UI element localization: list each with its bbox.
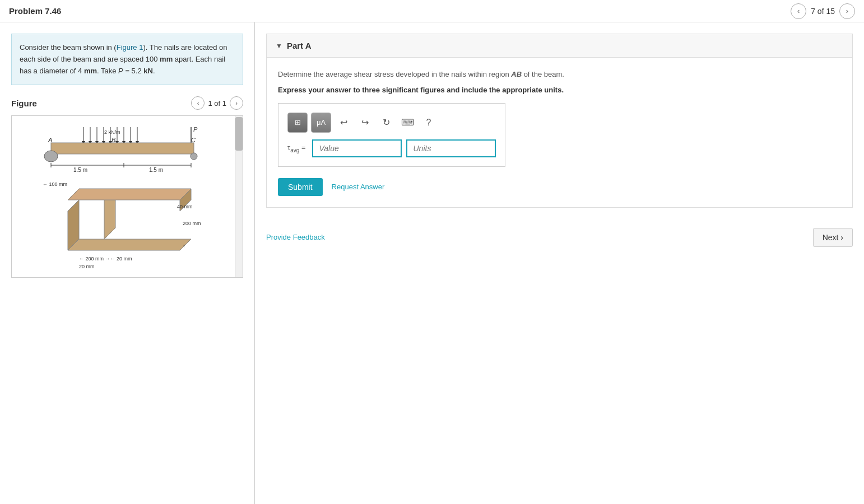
part-a-body: Determine the average shear stress devel… — [267, 58, 852, 207]
svg-text:← 100 mm: ← 100 mm — [43, 181, 67, 187]
provide-feedback-link[interactable]: Provide Feedback — [266, 233, 325, 241]
svg-text:2 kN/m: 2 kN/m — [104, 129, 120, 135]
right-panel: ▼ Part A Determine the average shear str… — [255, 22, 864, 504]
answer-toolbar: ⊞ μA ↩ ↪ ↻ ⌨ ? — [287, 113, 496, 133]
svg-text:↑: ↑ — [183, 243, 185, 249]
answer-box: ⊞ μA ↩ ↪ ↻ ⌨ ? τavg = — [278, 103, 505, 167]
part-a-title: Part A — [287, 41, 312, 50]
matrix-button[interactable]: ⊞ — [287, 113, 308, 133]
part-a-section: ▼ Part A Determine the average shear str… — [266, 34, 853, 208]
undo-button[interactable]: ↩ — [335, 114, 352, 132]
request-answer-link[interactable]: Request Answer — [332, 183, 385, 191]
svg-text:← 200 mm →← 20 mm: ← 200 mm →← 20 mm — [79, 256, 132, 262]
header-navigation: ‹ 7 of 15 › — [791, 3, 855, 19]
figure-link[interactable]: Figure 1 — [117, 43, 143, 52]
part-description: Determine the average shear stress devel… — [278, 69, 841, 80]
svg-text:1.5 m: 1.5 m — [73, 167, 87, 173]
figure-canvas: P 2 kN/m — [11, 115, 243, 278]
figure-prev-button[interactable]: ‹ — [191, 96, 205, 110]
figure-nav: ‹ 1 of 1 › — [191, 96, 243, 110]
figure-scrollbar[interactable] — [235, 116, 243, 277]
feedback-next-row: Provide Feedback Next › — [255, 219, 864, 256]
redo-button[interactable]: ↪ — [356, 114, 374, 132]
help-button[interactable]: ? — [420, 114, 438, 132]
problem-description: Consider the beam shown in (Figure 1). T… — [11, 34, 243, 85]
svg-text:C: C — [191, 137, 196, 143]
svg-text:1.5 m: 1.5 m — [149, 167, 163, 173]
submit-button[interactable]: Submit — [278, 178, 323, 196]
main-layout: Consider the beam shown in (Figure 1). T… — [0, 22, 864, 504]
svg-text:20 mm: 20 mm — [79, 264, 95, 269]
svg-rect-12 — [51, 143, 194, 154]
prev-problem-button[interactable]: ‹ — [791, 3, 806, 19]
units-input[interactable] — [406, 139, 496, 157]
figure-scrollbar-thumb[interactable] — [235, 117, 243, 151]
keyboard-button[interactable]: ⌨ — [398, 114, 416, 132]
unit-button[interactable]: μA — [311, 113, 331, 133]
svg-point-13 — [44, 151, 58, 162]
svg-text:40 mm: 40 mm — [177, 204, 193, 209]
problem-title: Problem 7.46 — [9, 6, 61, 16]
part-a-header: ▼ Part A — [267, 34, 852, 58]
action-row: Submit Request Answer — [278, 178, 841, 196]
left-panel: Consider the beam shown in (Figure 1). T… — [0, 22, 255, 504]
figure-header: Figure ‹ 1 of 1 › — [11, 96, 243, 110]
figure-svg: P 2 kN/m — [17, 122, 241, 273]
svg-text:A: A — [48, 137, 52, 143]
figure-title: Figure — [11, 99, 37, 108]
svg-marker-26 — [68, 239, 191, 250]
problem-text-1: Consider the beam shown in ( — [20, 43, 117, 52]
figure-counter: 1 of 1 — [208, 99, 226, 108]
refresh-button[interactable]: ↻ — [377, 114, 395, 132]
page-indicator: 7 of 15 — [811, 7, 835, 16]
svg-marker-29 — [68, 189, 191, 200]
header: Problem 7.46 ‹ 7 of 15 › — [0, 0, 864, 22]
figure-drawing: P 2 kN/m — [12, 116, 243, 277]
svg-text:200 mm: 200 mm — [183, 221, 201, 226]
svg-text:B: B — [112, 137, 115, 143]
next-button[interactable]: Next › — [813, 228, 853, 247]
input-row: τavg = — [287, 139, 496, 157]
figure-next-button[interactable]: › — [230, 96, 243, 110]
next-problem-button[interactable]: › — [839, 3, 855, 19]
svg-point-14 — [191, 153, 197, 160]
part-instruction: Express your answer to three significant… — [278, 86, 841, 94]
svg-text:P: P — [193, 126, 198, 133]
input-label: τavg = — [287, 143, 305, 153]
value-input[interactable] — [312, 139, 402, 157]
collapse-icon[interactable]: ▼ — [276, 42, 282, 50]
